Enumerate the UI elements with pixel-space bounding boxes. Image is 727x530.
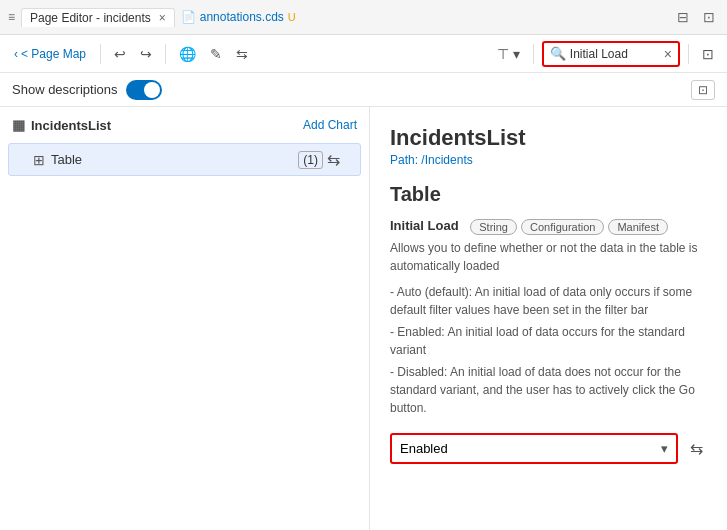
toolbar: ‹ < Page Map ↩ ↪ 🌐 ✎ ⇆ ⊤ ▾ 🔍 × ⊡ <box>0 35 727 73</box>
title-bar: ≡ Page Editor - incidents × 📄 annotation… <box>0 0 727 35</box>
select-chevron-icon: ▾ <box>661 441 676 456</box>
desc-bar: Show descriptions ⊡ <box>0 73 727 107</box>
pencil-button[interactable]: ✎ <box>205 43 227 65</box>
minimize-button[interactable]: ⊟ <box>673 7 693 27</box>
app-title: Page Editor - incidents <box>30 11 151 25</box>
page-map-button[interactable]: ‹ < Page Map <box>8 44 92 64</box>
property-detail-1: - Auto (default): An initial load of dat… <box>390 283 707 319</box>
table-action-button[interactable]: ⇆ <box>327 150 340 169</box>
select-row: Auto (default) Enabled Disabled ▾ ⇆ <box>390 433 707 464</box>
globe-button[interactable]: 🌐 <box>174 43 201 65</box>
title-bar-left: ≡ Page Editor - incidents × 📄 annotation… <box>8 8 665 27</box>
show-descriptions-toggle[interactable] <box>126 80 162 100</box>
entity-path: Path: /Incidents <box>390 153 707 167</box>
separator-1 <box>100 44 101 64</box>
badge-configuration: Configuration <box>521 219 604 235</box>
search-close-button[interactable]: × <box>664 46 672 62</box>
add-chart-button[interactable]: Add Chart <box>303 118 357 132</box>
badge-manifest: Manifest <box>608 219 668 235</box>
show-descriptions-label: Show descriptions <box>12 82 118 97</box>
app-tab[interactable]: Page Editor - incidents × <box>21 8 175 27</box>
incidents-list-header: ▦ IncidentsList Add Chart <box>0 107 369 143</box>
redo-button[interactable]: ↪ <box>135 43 157 65</box>
badge-string: String <box>470 219 517 235</box>
property-initial-load: Initial Load String Configuration Manife… <box>390 218 707 417</box>
table-label: Table <box>51 152 298 167</box>
property-detail-3: - Disabled: An initial load of data does… <box>390 363 707 417</box>
separator-2 <box>165 44 166 64</box>
file-name: annotations.cds <box>200 10 284 24</box>
file-icon: 📄 <box>181 10 196 24</box>
property-description: Allows you to define whether or not the … <box>390 239 707 275</box>
page-map-label: < Page Map <box>21 47 86 61</box>
separator-4 <box>688 44 689 64</box>
file-tab[interactable]: 📄 annotations.cds U <box>181 10 296 24</box>
menu-icon: ≡ <box>8 10 15 24</box>
property-name: Initial Load <box>390 218 459 233</box>
table-badge: (1) <box>298 151 323 169</box>
back-icon: ‹ <box>14 47 18 61</box>
main-layout: ▦ IncidentsList Add Chart ⊞ Table (1) ⇆ … <box>0 107 727 530</box>
property-badges: String Configuration Manifest <box>470 219 668 235</box>
expand-panel-button[interactable]: ⊡ <box>691 80 715 100</box>
property-detail-2: - Enabled: An initial load of data occur… <box>390 323 707 359</box>
select-action-button[interactable]: ⇆ <box>686 435 707 462</box>
table-tree-item[interactable]: ⊞ Table (1) ⇆ <box>8 143 361 176</box>
expand-button[interactable]: ⊡ <box>697 43 719 65</box>
search-icon: 🔍 <box>550 46 566 61</box>
modified-indicator: U <box>288 11 296 23</box>
filter-button[interactable]: ⊤ ▾ <box>492 43 525 65</box>
incidents-list-title: IncidentsList <box>31 118 303 133</box>
incidents-list-icon: ▦ <box>12 117 25 133</box>
enabled-select-wrapper: Auto (default) Enabled Disabled ▾ <box>390 433 678 464</box>
title-bar-right: ⊟ ⊡ <box>673 7 719 27</box>
maximize-button[interactable]: ⊡ <box>699 7 719 27</box>
enabled-select[interactable]: Auto (default) Enabled Disabled <box>392 435 661 462</box>
search-box: 🔍 × <box>542 41 680 67</box>
arrow-button[interactable]: ⇆ <box>231 43 253 65</box>
section-heading: Table <box>390 183 707 206</box>
search-input[interactable] <box>570 47 660 61</box>
table-icon: ⊞ <box>33 152 45 168</box>
right-panel: IncidentsList Path: /Incidents Table Ini… <box>370 107 727 530</box>
entity-title: IncidentsList <box>390 125 707 151</box>
close-tab-button[interactable]: × <box>159 11 166 25</box>
left-panel: ▦ IncidentsList Add Chart ⊞ Table (1) ⇆ <box>0 107 370 530</box>
separator-3 <box>533 44 534 64</box>
undo-button[interactable]: ↩ <box>109 43 131 65</box>
desc-bar-right: ⊡ <box>691 80 715 100</box>
